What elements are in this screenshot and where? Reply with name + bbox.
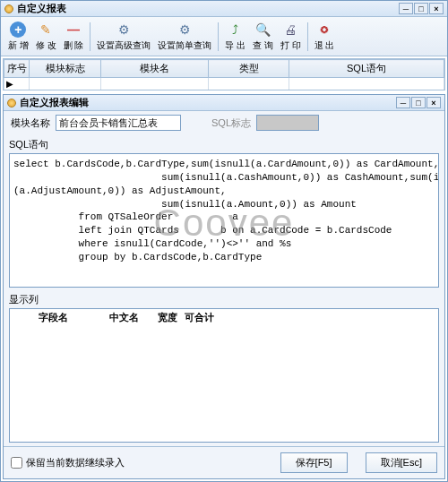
minimize-button[interactable]: ─ — [399, 3, 413, 14]
col-module-name[interactable]: 模块名 — [101, 60, 209, 78]
columns-grid[interactable]: 字段名 中文名 宽度 可合计 — [9, 308, 439, 443]
module-name-label: 模块名称 — [11, 116, 50, 130]
col-type[interactable]: 类型 — [209, 60, 289, 78]
app-icon — [7, 99, 16, 108]
editor-close-button[interactable]: × — [426, 97, 441, 108]
toolbar-separator — [90, 22, 90, 51]
sql-section-label: SQL语句 — [9, 136, 439, 153]
search-icon: 🔍 — [254, 21, 272, 39]
keep-data-label: 保留当前数据继续录入 — [26, 456, 125, 469]
row-pointer-icon: ▶ — [4, 78, 30, 90]
columns-section-label: 显示列 — [9, 291, 439, 308]
editor-max-button[interactable]: □ — [411, 97, 426, 108]
report-list-grid[interactable]: 序号 模块标志 模块名 类型 SQL语句 ▶ — [3, 58, 445, 90]
sql-textarea[interactable]: select b.CardsCode,b.CardType,sum(isnull… — [9, 153, 439, 288]
maximize-button[interactable]: □ — [414, 3, 428, 14]
col-module-key[interactable]: 模块标志 — [30, 60, 101, 78]
query-button[interactable]: 🔍 查 询 — [249, 19, 277, 54]
editor-min-button[interactable]: ─ — [396, 97, 410, 108]
col-sum[interactable]: 可合计 — [185, 311, 214, 324]
col-field[interactable]: 字段名 — [12, 311, 94, 324]
keep-data-check-input[interactable] — [11, 457, 22, 469]
keep-data-checkbox[interactable]: 保留当前数据继续录入 — [11, 456, 125, 469]
toolbar-separator — [218, 22, 219, 51]
editor-title: 自定义报表编辑 — [20, 96, 89, 109]
sql-mark-label: SQL标志 — [211, 116, 251, 130]
col-cn[interactable]: 中文名 — [96, 311, 151, 324]
exit-button[interactable]: ⭘ 退 出 — [311, 19, 339, 54]
printer-icon: 🖨 — [281, 21, 299, 39]
table-row[interactable]: ▶ — [4, 78, 444, 90]
delete-button[interactable]: — 删 除 — [60, 19, 88, 54]
print-button[interactable]: 🖨 打 印 — [277, 19, 305, 54]
edit-button[interactable]: ✎ 修 改 — [32, 19, 60, 54]
editor-panel: 自定义报表编辑 ─ □ × 模块名称 SQL标志 SQL语句 select b.… — [3, 94, 445, 479]
main-titlebar: 自定义报表 ─ □ × — [1, 1, 447, 17]
col-seq[interactable]: 序号 — [4, 60, 30, 78]
sql-mark-input[interactable] — [256, 115, 319, 131]
close-button[interactable]: × — [429, 3, 444, 14]
save-button[interactable]: 保存[F5] — [280, 452, 348, 473]
gear-icon: ⚙ — [115, 21, 133, 39]
main-toolbar: + 新 增 ✎ 修 改 — 删 除 ⚙ 设置高级查询 ⚙ 设置简单查询 ⤴ 导 … — [1, 17, 447, 56]
app-icon — [4, 4, 13, 13]
toolbar-separator — [307, 22, 308, 51]
module-name-input[interactable] — [56, 115, 181, 131]
advanced-query-button[interactable]: ⚙ 设置高级查询 — [93, 19, 154, 54]
minus-icon: — — [65, 21, 82, 39]
cancel-button[interactable]: 取消[Esc] — [366, 452, 437, 473]
power-icon: ⭘ — [315, 21, 333, 39]
window-title: 自定义报表 — [17, 2, 66, 15]
editor-titlebar: 自定义报表编辑 ─ □ × — [4, 95, 444, 111]
export-icon: ⤴ — [227, 21, 245, 39]
col-sql[interactable]: SQL语句 — [289, 60, 444, 78]
gear-icon: ⚙ — [176, 21, 194, 39]
new-button[interactable]: + 新 增 — [4, 19, 32, 54]
plus-icon: + — [9, 21, 27, 39]
col-width[interactable]: 宽度 — [153, 311, 183, 324]
simple-query-button[interactable]: ⚙ 设置简单查询 — [154, 19, 215, 54]
pencil-icon: ✎ — [37, 21, 55, 39]
export-button[interactable]: ⤴ 导 出 — [221, 19, 249, 54]
